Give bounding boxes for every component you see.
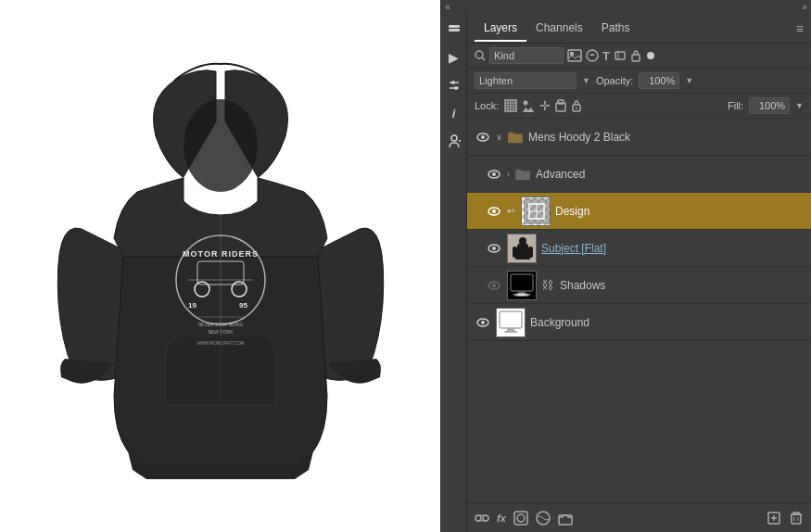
- layer-thumb-subject: [507, 234, 537, 263]
- tab-channels[interactable]: Channels: [526, 16, 592, 42]
- svg-point-21: [451, 135, 457, 141]
- layer-name-design: Design: [555, 205, 804, 218]
- svg-point-0: [184, 99, 258, 192]
- svg-line-25: [482, 57, 485, 60]
- create-layer-icon[interactable]: [767, 511, 781, 526]
- svg-point-43: [576, 108, 577, 109]
- folder-icon-advanced: [514, 168, 531, 181]
- layers-panel: « » ▶ i: [440, 0, 811, 532]
- svg-rect-15: [449, 25, 460, 28]
- visibility-toggle-mens-hoody[interactable]: [475, 129, 491, 146]
- layer-name-background: Background: [530, 316, 804, 329]
- opacity-value[interactable]: 100%: [639, 72, 679, 89]
- filter-image-icon[interactable]: [567, 49, 582, 62]
- svg-point-70: [483, 515, 488, 521]
- svg-text:NEW YORK: NEW YORK: [208, 329, 234, 335]
- panel-tabs: Layers Channels Paths ≡: [467, 14, 811, 44]
- layer-item-shadows[interactable]: ⛓ Shadows: [467, 267, 811, 304]
- tab-paths[interactable]: Paths: [592, 16, 640, 42]
- visibility-toggle-background[interactable]: [475, 314, 491, 331]
- svg-rect-16: [449, 29, 460, 32]
- layer-name-mens-hoody: Mens Hoody 2 Black: [528, 131, 804, 144]
- svg-text:WWW.IRONCRAFT.COM: WWW.IRONCRAFT.COM: [196, 341, 244, 346]
- layer-item-subject[interactable]: Subject [Flat]: [467, 230, 811, 267]
- filter-shape-icon[interactable]: [614, 49, 627, 62]
- filter-row: Kind Name Effect Mode T: [467, 44, 811, 69]
- svg-point-39: [524, 101, 528, 106]
- svg-rect-73: [514, 512, 527, 525]
- visibility-toggle-shadows[interactable]: [486, 277, 502, 294]
- svg-rect-61: [511, 274, 533, 291]
- add-mask-icon[interactable]: [513, 511, 528, 526]
- panel-menu-icon[interactable]: ≡: [796, 21, 804, 36]
- layers-list: ∨ Mens Hoody 2 Black ›: [467, 119, 811, 502]
- layer-item-advanced[interactable]: › Advanced: [467, 156, 811, 193]
- svg-point-45: [481, 135, 485, 139]
- create-group-icon[interactable]: [558, 511, 573, 526]
- svg-point-74: [517, 514, 525, 522]
- svg-text:MOTOR RIDERS: MOTOR RIDERS: [183, 249, 259, 259]
- tool-sidebar: ▶ i: [441, 14, 467, 532]
- blend-dropdown-arrow: ▼: [582, 76, 590, 85]
- filter-lock-icon[interactable]: [630, 49, 641, 62]
- tool-sliders[interactable]: [444, 75, 464, 95]
- tool-play[interactable]: ▶: [444, 47, 464, 68]
- tool-people[interactable]: [444, 131, 464, 151]
- expand-advanced[interactable]: ›: [507, 170, 510, 179]
- layer-name-subject: Subject [Flat]: [541, 242, 804, 255]
- lock-transparent-icon[interactable]: [504, 99, 517, 112]
- create-adjustment-icon[interactable]: [536, 511, 551, 526]
- layer-thumb-shadows: [507, 271, 537, 300]
- svg-rect-57: [513, 247, 517, 258]
- tool-layers[interactable]: [444, 19, 464, 40]
- svg-point-24: [475, 51, 483, 58]
- layers-toolbar: fx: [467, 502, 811, 532]
- layer-item-design[interactable]: ↩: [467, 193, 811, 230]
- collapse-right-icon[interactable]: »: [802, 2, 807, 12]
- layer-name-shadows: Shadows: [560, 279, 804, 292]
- svg-rect-66: [500, 311, 522, 328]
- layer-name-advanced: Advanced: [536, 168, 804, 181]
- svg-rect-58: [528, 247, 533, 258]
- lock-artboard-icon[interactable]: [555, 99, 566, 112]
- hoodie-svg: MOTOR RIDERS 19 95 NEVER STOP BEING NEW …: [44, 44, 397, 488]
- lock-image-icon[interactable]: [522, 99, 535, 112]
- svg-point-49: [492, 209, 496, 213]
- add-fx-icon[interactable]: fx: [497, 513, 506, 524]
- visibility-toggle-design[interactable]: [486, 203, 502, 220]
- link-design-icon[interactable]: ↩: [507, 206, 514, 216]
- svg-point-47: [492, 172, 496, 176]
- layer-item-mens-hoody[interactable]: ∨ Mens Hoody 2 Black: [467, 119, 811, 156]
- svg-point-20: [454, 86, 458, 90]
- opacity-label: Opacity:: [596, 75, 633, 86]
- shadows-link-icon: ⛓: [541, 278, 553, 292]
- svg-rect-80: [792, 514, 801, 524]
- add-link-icon[interactable]: [475, 511, 489, 526]
- visibility-toggle-subject[interactable]: [486, 240, 502, 257]
- svg-text:NEVER STOP BEING: NEVER STOP BEING: [197, 322, 243, 327]
- hoodie-image: MOTOR RIDERS 19 95 NEVER STOP BEING NEW …: [26, 25, 415, 507]
- lock-label: Lock:: [475, 100, 499, 111]
- search-icon: [475, 50, 486, 61]
- collapse-left-icon[interactable]: «: [445, 2, 450, 12]
- lock-move-icon[interactable]: ✛: [539, 98, 551, 113]
- expand-mens-hoody[interactable]: ∨: [496, 132, 502, 142]
- svg-point-60: [492, 284, 496, 287]
- svg-text:19: 19: [188, 301, 196, 310]
- svg-rect-29: [615, 52, 625, 59]
- lock-icons: ✛: [504, 98, 582, 113]
- filter-text-icon[interactable]: T: [602, 49, 610, 63]
- visibility-toggle-advanced[interactable]: [486, 166, 502, 183]
- filter-kind-select[interactable]: Kind Name Effect Mode: [489, 47, 564, 64]
- layer-item-background[interactable]: Background: [467, 304, 811, 341]
- svg-point-65: [481, 321, 485, 324]
- tool-info[interactable]: i: [444, 103, 464, 123]
- filter-adjustment-icon[interactable]: [586, 49, 599, 62]
- delete-layer-icon[interactable]: [789, 511, 804, 526]
- tab-layers[interactable]: Layers: [475, 16, 526, 42]
- svg-point-69: [475, 515, 481, 521]
- fill-value[interactable]: 100%: [749, 97, 790, 114]
- lock-all-icon[interactable]: [571, 99, 582, 112]
- blend-mode-select[interactable]: Lighten Normal Multiply Screen Overlay: [475, 72, 577, 89]
- blend-mode-row: Lighten Normal Multiply Screen Overlay ▼…: [467, 69, 811, 94]
